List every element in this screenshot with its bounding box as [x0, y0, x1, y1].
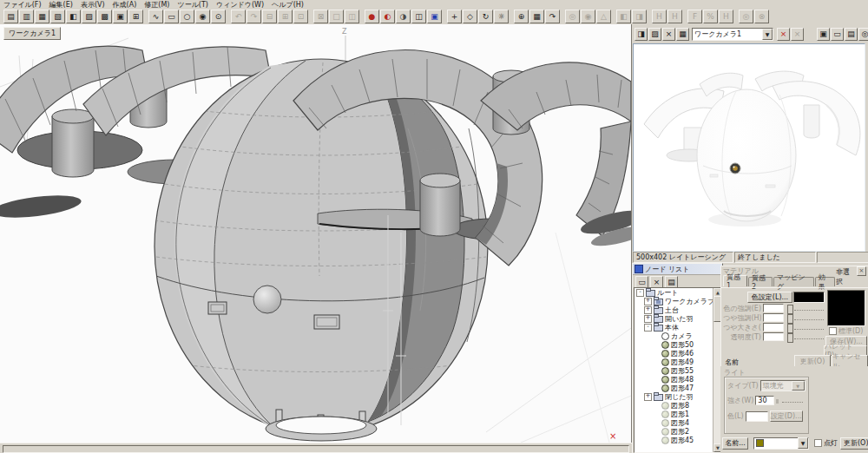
help-mode-icon[interactable]: ◎ [739, 10, 753, 23]
menu-item[interactable]: ツール(T) [177, 0, 208, 10]
sphere-tool-icon[interactable]: ◉ [195, 10, 210, 23]
light-update-button[interactable]: 更新(O) [840, 437, 868, 450]
tree-expander[interactable] [644, 306, 652, 314]
anim-first-icon[interactable]: H [652, 10, 667, 23]
redo-icon[interactable]: ↷ [247, 10, 261, 23]
tree-item[interactable]: 図形47 [635, 384, 720, 392]
tree-item[interactable]: ワークカメラフォルダ [635, 297, 720, 305]
light-strength-field[interactable]: 30 [755, 396, 774, 405]
preview-icon[interactable]: ◎ [858, 28, 868, 41]
view-split-icon[interactable]: ▥ [19, 10, 34, 23]
tree-expander[interactable] [644, 393, 652, 401]
slider-track[interactable] [786, 333, 825, 341]
slider-thumb[interactable] [787, 333, 793, 343]
bevel-icon[interactable]: △ [596, 10, 611, 23]
tree-item[interactable]: 図形49 [635, 358, 720, 366]
tree-expander[interactable] [644, 298, 652, 305]
tree-item[interactable]: 本体 [635, 323, 720, 332]
tree-expander[interactable] [644, 315, 652, 323]
tree-item[interactable]: 閉じた羽 [635, 392, 720, 401]
lit-checkbox[interactable]: 点灯 [814, 438, 838, 448]
wire-render-icon[interactable]: ◑ [396, 10, 411, 23]
view-camera-icon[interactable]: ▣ [113, 10, 128, 23]
tree-item[interactable]: 図形46 [635, 349, 720, 358]
light-type-select[interactable]: 環境光 ▼ [760, 380, 806, 391]
render-close-icon[interactable]: × [777, 28, 790, 41]
hold-icon[interactable]: H [719, 10, 733, 23]
view-new-window-icon[interactable]: ⊞ [128, 10, 143, 23]
tree-item[interactable]: 図形8 [635, 401, 720, 410]
slider-track[interactable] [786, 314, 825, 322]
render-tool-button[interactable] [805, 28, 816, 39]
flip-icon[interactable]: ↷ [545, 10, 560, 23]
about-icon[interactable]: ⊗ [754, 10, 769, 23]
update-button[interactable]: 更新(O) [794, 355, 831, 367]
print-icon[interactable]: ▤ [845, 28, 858, 41]
subdivide-icon[interactable]: ◉ [581, 10, 595, 23]
smooth-icon[interactable]: ◎ [565, 10, 580, 23]
tree-item[interactable]: カメラ [635, 332, 720, 340]
slider-thumb[interactable] [787, 314, 793, 324]
rotate-tool-icon[interactable]: ↻ [478, 10, 493, 23]
scale-tool-icon[interactable]: ◇ [463, 10, 477, 23]
menu-item[interactable]: 編集(E) [49, 0, 73, 10]
weld-icon[interactable]: ◧ [616, 10, 631, 23]
disc-tool-icon[interactable]: ⊙ [211, 10, 226, 23]
cut-icon[interactable]: ⊟ [262, 10, 277, 23]
percent-icon[interactable]: % [703, 10, 718, 23]
move-tool-icon[interactable]: + [447, 10, 462, 23]
tree-item[interactable]: 土台 [635, 305, 720, 314]
slider-value-field[interactable] [763, 323, 784, 332]
curve-tool-icon[interactable]: ∿ [148, 10, 163, 23]
tree-item[interactable]: 図形1 [635, 410, 720, 418]
standard-checkbox[interactable]: 標準(D) [829, 326, 863, 336]
toolbar-button[interactable] [227, 10, 230, 23]
view-quad-icon[interactable]: ▦ [35, 10, 49, 23]
menu-item[interactable]: ファイル(F) [3, 0, 42, 10]
toolbar-button[interactable] [612, 10, 615, 23]
cancel-button[interactable]: キャンセル [832, 355, 868, 367]
selection-box-icon[interactable]: ▣ [427, 10, 442, 23]
tree-expander[interactable] [636, 289, 644, 297]
paste-icon[interactable]: ⊡ [293, 10, 308, 23]
anim-last-icon[interactable]: H [667, 10, 682, 23]
toolbar-button[interactable] [360, 10, 364, 23]
half-render-icon[interactable]: ◐ [380, 10, 395, 23]
slider-track[interactable] [786, 305, 825, 312]
tree-item[interactable]: 開いた羽 [635, 314, 720, 323]
menu-item[interactable]: ウィンドウ(W) [216, 0, 264, 10]
tree-item[interactable]: 図形48 [635, 375, 720, 384]
tree-item[interactable]: ルート [635, 288, 720, 297]
chevron-down-icon[interactable]: ▼ [762, 29, 773, 40]
render-clear-icon[interactable]: × [791, 28, 804, 41]
tree-expander[interactable] [644, 324, 652, 332]
render-camera-select[interactable]: ワークカメラ1 ▼ [692, 28, 773, 41]
render-size-icon[interactable]: ▦ [676, 28, 689, 41]
viewport-3d[interactable]: ワークカメラ1 Z [0, 24, 632, 443]
tree-item[interactable]: 図形2 [635, 427, 720, 436]
view-persp-icon[interactable]: ▧ [50, 10, 65, 23]
menu-item[interactable]: 作成(A) [113, 0, 137, 10]
grid-display-icon[interactable]: ▦ [529, 10, 544, 23]
render-window-icon[interactable]: ◫ [411, 10, 426, 23]
undo-icon[interactable]: ↶ [231, 10, 246, 23]
light-color-set-button[interactable]: 設定(D)... [770, 410, 803, 422]
mirror-icon[interactable]: ◫ [345, 10, 359, 23]
group-icon[interactable]: ⊠ [313, 10, 328, 23]
light-name-button[interactable]: 名前... [722, 437, 748, 450]
ungroup-icon[interactable]: □ [329, 10, 344, 23]
toolbar-button[interactable] [683, 10, 687, 23]
tree-item[interactable]: 図形50 [635, 340, 720, 349]
menu-item[interactable]: 表示(V) [81, 0, 105, 10]
copy-icon[interactable]: ⊞ [278, 10, 293, 23]
toolbar-button[interactable] [561, 10, 564, 23]
menu-item[interactable]: ヘルプ(H) [272, 0, 304, 10]
shaded-render-icon[interactable]: ● [365, 10, 379, 23]
split-icon[interactable]: ◨ [632, 10, 647, 23]
view-single-icon[interactable]: ▤ [3, 10, 18, 23]
tree-item[interactable]: 図形55 [635, 366, 720, 375]
view-front-icon[interactable]: ◧ [66, 10, 81, 23]
toolbar-button[interactable] [309, 10, 312, 23]
view-top-icon[interactable]: ▩ [97, 10, 112, 23]
toolbar-button[interactable] [734, 10, 738, 23]
